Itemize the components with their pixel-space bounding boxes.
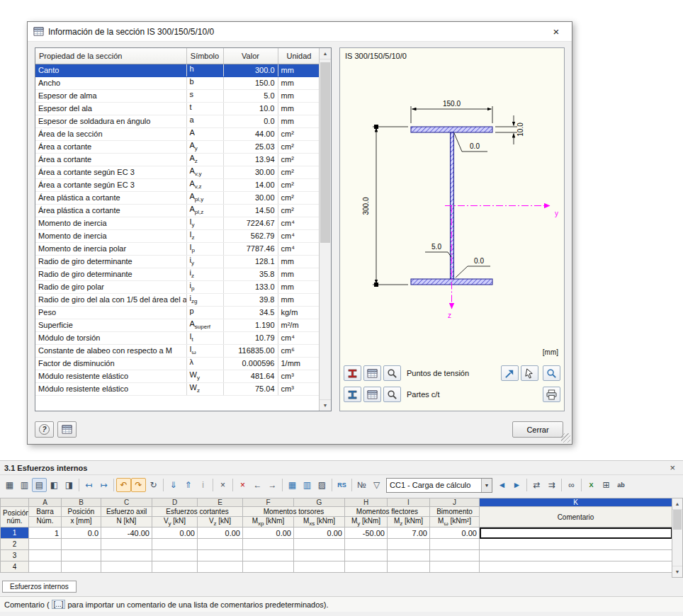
- property-row[interactable]: Área a cortante Ay 25.03 cm²: [35, 140, 320, 153]
- calculator-icon[interactable]: ⊞: [599, 478, 614, 492]
- empty-cell[interactable]: [294, 539, 345, 550]
- scroll-thumb[interactable]: [673, 510, 682, 530]
- empty-cell[interactable]: [101, 539, 152, 550]
- property-row[interactable]: Radio de giro determinante iz 35.8 mm: [35, 268, 320, 280]
- empty-cell[interactable]: [198, 550, 243, 561]
- empty-cell[interactable]: [430, 550, 480, 561]
- column-letter[interactable]: D: [152, 498, 198, 507]
- scroll-up-icon[interactable]: ▲: [320, 48, 331, 59]
- export-graphic-button[interactable]: [501, 365, 519, 381]
- dock-bottom-icon[interactable]: ◨: [62, 478, 77, 492]
- parts-graphic-button[interactable]: [344, 387, 361, 402]
- property-row[interactable]: Área a cortante según EC 3 Av,z 14.00 cm…: [35, 178, 320, 191]
- empty-cell[interactable]: [198, 561, 243, 573]
- reading-mode-icon[interactable]: ∞: [564, 478, 579, 492]
- column-letter[interactable]: I: [388, 498, 430, 507]
- empty-cell[interactable]: [62, 539, 101, 550]
- renumber-icon[interactable]: №: [354, 478, 369, 492]
- next-loadcase-icon[interactable]: ►: [509, 478, 524, 492]
- jump-up-icon[interactable]: ⇑: [181, 478, 196, 492]
- empty-cell[interactable]: [430, 561, 480, 573]
- empty-cell[interactable]: [388, 539, 430, 550]
- cell-n[interactable]: -40.00: [101, 527, 152, 539]
- cell-barra[interactable]: 1: [29, 527, 62, 539]
- stress-points-details-button[interactable]: [383, 365, 401, 381]
- property-row[interactable]: Momento de inercia Iz 562.79 cm⁴: [35, 229, 320, 242]
- delete-row-icon[interactable]: ×: [235, 478, 250, 492]
- property-row[interactable]: Radio de giro determinante iy 128.1 mm: [35, 255, 320, 268]
- property-row[interactable]: Factor de disminución λ 0.000596 1/mm: [35, 357, 320, 370]
- empty-cell[interactable]: [62, 561, 101, 573]
- dialog-titlebar[interactable]: Información de la sección IS 300/150/5/1…: [28, 22, 572, 42]
- column-letter[interactable]: A: [29, 498, 62, 507]
- property-row[interactable]: Espesor de alma s 5.0 mm: [35, 89, 320, 102]
- empty-cell[interactable]: [388, 561, 430, 573]
- cell-mz[interactable]: 7.00: [388, 527, 430, 539]
- empty-cell[interactable]: [62, 550, 101, 561]
- view-grid-icon[interactable]: ▦: [285, 478, 300, 492]
- undo-icon[interactable]: ↶: [116, 478, 131, 492]
- property-row[interactable]: Radio de giro del ala con 1/5 del área d…: [35, 293, 320, 306]
- close-button[interactable]: Cerrar: [512, 421, 563, 438]
- empty-cell[interactable]: [345, 550, 388, 561]
- property-row[interactable]: Área a cortante según EC 3 Av,y 30.00 cm…: [35, 166, 320, 178]
- empty-cell[interactable]: [198, 539, 243, 550]
- empty-cell[interactable]: [388, 550, 430, 561]
- insert-left-icon[interactable]: ←: [250, 478, 265, 492]
- import-comment-button[interactable]: [...]: [52, 600, 66, 609]
- empty-comment-cell[interactable]: [480, 561, 672, 573]
- empty-cell[interactable]: [294, 550, 345, 561]
- property-row[interactable]: Momento de inercia Iy 7224.67 cm⁴: [35, 217, 320, 229]
- find-replace-icon[interactable]: ab: [614, 478, 628, 492]
- empty-cell[interactable]: [152, 561, 198, 573]
- tab-esfuerzos-internos[interactable]: Esfuerzos internos: [2, 581, 77, 593]
- column-letter[interactable]: H: [345, 498, 388, 507]
- property-row[interactable]: Área a cortante Az 13.94 cm²: [35, 153, 320, 166]
- dialog-close-icon[interactable]: ×: [546, 25, 566, 38]
- empty-cell[interactable]: [152, 539, 198, 550]
- empty-cell[interactable]: [243, 561, 294, 573]
- property-row[interactable]: Área de la sección A 44.00 cm²: [35, 127, 320, 140]
- prev-loadcase-icon[interactable]: ◄: [495, 478, 509, 492]
- column-letter[interactable]: B: [62, 498, 101, 507]
- load-case-combobox[interactable]: CC1 - Carga de cálculo ▼: [386, 478, 492, 493]
- import-rstab-icon[interactable]: RS: [334, 478, 349, 492]
- table-display-icon[interactable]: ▦: [2, 478, 17, 492]
- empty-cell[interactable]: [101, 561, 152, 573]
- property-row[interactable]: Canto h 300.0 mm: [35, 64, 320, 76]
- column-letter[interactable]: J: [430, 498, 480, 507]
- table-scrollbar[interactable]: ▲ ▼: [672, 498, 683, 578]
- column-letter[interactable]: G: [294, 498, 345, 507]
- cell-vz[interactable]: 0.00: [198, 527, 243, 539]
- comment-cell[interactable]: [480, 527, 672, 539]
- jump-down-icon[interactable]: ⇓: [166, 478, 181, 492]
- transfer-icon[interactable]: ⇄: [529, 478, 544, 492]
- property-row[interactable]: Radio de giro polar ip 133.0 mm: [35, 280, 320, 293]
- empty-cell[interactable]: [345, 561, 388, 573]
- empty-cell[interactable]: [430, 539, 480, 550]
- row-number-cell[interactable]: 4: [1, 561, 29, 573]
- column-letter[interactable]: C: [101, 498, 152, 507]
- cell-x[interactable]: 0.0: [62, 527, 101, 539]
- row-info-icon[interactable]: i: [196, 478, 210, 492]
- empty-cell[interactable]: [101, 550, 152, 561]
- property-row[interactable]: Peso p 34.5 kg/m: [35, 306, 320, 319]
- empty-cell[interactable]: [29, 550, 62, 561]
- select-pointer-button[interactable]: [521, 365, 538, 381]
- parts-table-button[interactable]: [363, 387, 381, 402]
- column-letter[interactable]: F: [243, 498, 294, 507]
- zoom-button[interactable]: [543, 365, 560, 381]
- empty-cell[interactable]: [243, 550, 294, 561]
- column-letter[interactable]: K: [480, 498, 672, 507]
- row-number-cell[interactable]: 2: [1, 539, 29, 550]
- empty-cell[interactable]: [152, 550, 198, 561]
- row-number-cell[interactable]: 1: [1, 527, 29, 539]
- empty-cell[interactable]: [29, 539, 62, 550]
- redo-icon[interactable]: ↷: [131, 478, 146, 492]
- cell-mxp[interactable]: 0.00: [243, 527, 294, 539]
- property-row[interactable]: Área plástica a cortante Apl,y 30.00 cm²: [35, 191, 320, 204]
- parts-details-button[interactable]: [383, 387, 401, 402]
- property-row[interactable]: Ancho b 150.0 mm: [35, 76, 320, 89]
- combo-dropdown-icon[interactable]: ▼: [481, 479, 492, 492]
- empty-comment-cell[interactable]: [480, 550, 672, 561]
